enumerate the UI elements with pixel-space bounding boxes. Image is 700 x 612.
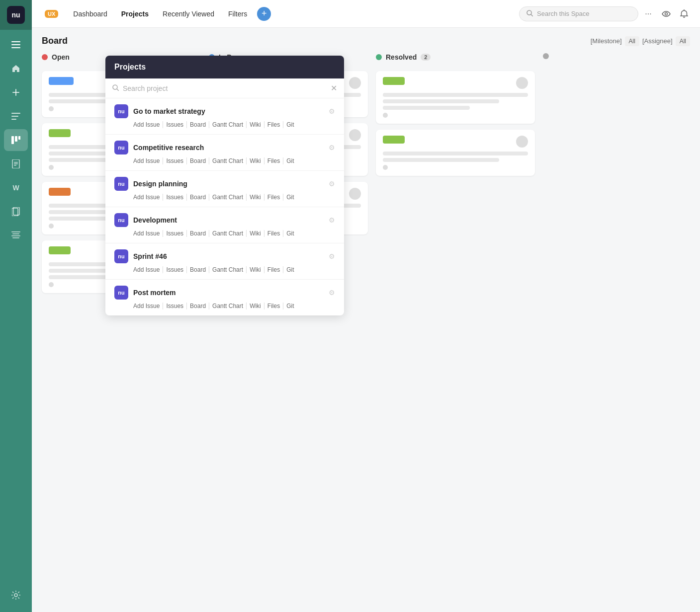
- sidebar-item-add[interactable]: [4, 81, 28, 103]
- projects-search-bar[interactable]: ✕: [105, 78, 344, 98]
- project-link-issues[interactable]: Issues: [163, 303, 187, 309]
- project-link-board[interactable]: Board: [187, 157, 209, 164]
- svg-rect-20: [12, 237, 19, 238]
- project-link-issues[interactable]: Issues: [163, 121, 187, 128]
- project-link-files[interactable]: Files: [264, 157, 283, 164]
- sidebar-item-board[interactable]: [4, 129, 28, 151]
- project-link-git[interactable]: Git: [283, 230, 297, 237]
- project-link-issues[interactable]: Issues: [163, 230, 187, 237]
- card-line: [383, 106, 470, 110]
- gear-icon[interactable]: ⚙: [329, 144, 335, 152]
- gear-icon[interactable]: ⚙: [329, 107, 335, 115]
- table-row[interactable]: [376, 71, 535, 124]
- nav-eye-button[interactable]: [658, 6, 674, 22]
- nav-item-recently-viewed[interactable]: Recently Viewed: [157, 7, 220, 21]
- project-link-git[interactable]: Git: [283, 303, 297, 309]
- project-icon: nu: [114, 286, 128, 300]
- svg-rect-0: [11, 41, 20, 42]
- sidebar-item-files[interactable]: [4, 201, 28, 223]
- nav-dots-button[interactable]: ···: [640, 6, 656, 22]
- nav-item-filters[interactable]: Filters: [222, 7, 253, 21]
- wiki-icon: W: [12, 184, 19, 192]
- list-item[interactable]: nu Post mortem ⚙ Add Issue Issues Board …: [105, 280, 344, 315]
- project-link-board[interactable]: Board: [187, 194, 209, 201]
- gear-icon[interactable]: ⚙: [329, 216, 335, 224]
- svg-point-21: [14, 594, 17, 597]
- projects-search-input[interactable]: [123, 84, 327, 92]
- nav-add-button[interactable]: +: [257, 7, 271, 21]
- project-link-files[interactable]: Files: [264, 230, 283, 237]
- project-link-board[interactable]: Board: [187, 121, 209, 128]
- project-link-issues[interactable]: Issues: [163, 157, 187, 164]
- eye-icon: [662, 11, 671, 17]
- sidebar-item-wiki[interactable]: W: [4, 177, 28, 199]
- project-link-gantt[interactable]: Gantt Chart: [209, 266, 247, 273]
- nav-notification-button[interactable]: [676, 6, 692, 22]
- avatar: [516, 136, 528, 148]
- project-link-files[interactable]: Files: [264, 194, 283, 201]
- project-links: Add Issue Issues Board Gantt Chart Wiki …: [114, 266, 335, 273]
- list-item[interactable]: nu Sprint #46 ⚙ Add Issue Issues Board G…: [105, 243, 344, 280]
- table-row[interactable]: [376, 130, 535, 176]
- project-link-addissue[interactable]: Add Issue: [133, 303, 163, 309]
- project-link-addissue[interactable]: Add Issue: [133, 230, 163, 237]
- project-link-files[interactable]: Files: [264, 121, 283, 128]
- project-link-files[interactable]: Files: [264, 266, 283, 273]
- filter-milestone-value[interactable]: All: [625, 36, 639, 46]
- projects-search-close[interactable]: ✕: [331, 83, 337, 93]
- project-link-wiki[interactable]: Wiki: [247, 121, 264, 128]
- project-link-wiki[interactable]: Wiki: [247, 157, 264, 164]
- list-item[interactable]: nu Design planning ⚙ Add Issue Issues Bo…: [105, 171, 344, 207]
- nav-item-projects[interactable]: Projects: [115, 7, 155, 21]
- project-link-git[interactable]: Git: [283, 157, 297, 164]
- sidebar-logo[interactable]: nu: [0, 0, 32, 30]
- list-item[interactable]: nu Competitive research ⚙ Add Issue Issu…: [105, 135, 344, 171]
- project-link-git[interactable]: Git: [283, 194, 297, 201]
- sidebar-item-list[interactable]: [4, 105, 28, 127]
- filter-assignee-label: [Assignee]: [642, 37, 673, 45]
- gear-icon[interactable]: ⚙: [329, 252, 335, 260]
- kanban-column-resolved: Resolved 2: [376, 51, 535, 596]
- project-link-wiki[interactable]: Wiki: [247, 230, 264, 237]
- project-icon: nu: [114, 104, 128, 118]
- search-placeholder: Search this Space: [537, 10, 590, 17]
- project-link-wiki[interactable]: Wiki: [247, 266, 264, 273]
- list-item[interactable]: nu Development ⚙ Add Issue Issues Board …: [105, 207, 344, 243]
- svg-line-26: [117, 89, 119, 91]
- project-link-wiki[interactable]: Wiki: [247, 303, 264, 309]
- gear-icon[interactable]: ⚙: [329, 289, 335, 297]
- project-link-issues[interactable]: Issues: [163, 266, 187, 273]
- project-link-addissue[interactable]: Add Issue: [133, 266, 163, 273]
- sidebar-item-home[interactable]: [4, 58, 28, 79]
- sidebar-item-reports[interactable]: [4, 225, 28, 246]
- project-link-git[interactable]: Git: [283, 121, 297, 128]
- project-link-board[interactable]: Board: [187, 303, 209, 309]
- project-links: Add Issue Issues Board Gantt Chart Wiki …: [114, 157, 335, 164]
- project-link-addissue[interactable]: Add Issue: [133, 194, 163, 201]
- project-link-issues[interactable]: Issues: [163, 194, 187, 201]
- project-link-wiki[interactable]: Wiki: [247, 194, 264, 201]
- project-link-board[interactable]: Board: [187, 266, 209, 273]
- search-bar[interactable]: Search this Space: [519, 6, 638, 21]
- project-link-gantt[interactable]: Gantt Chart: [209, 121, 247, 128]
- project-link-files[interactable]: Files: [264, 303, 283, 309]
- project-link-git[interactable]: Git: [283, 266, 297, 273]
- app-logo[interactable]: nu: [7, 6, 25, 24]
- project-link-addissue[interactable]: Add Issue: [133, 157, 163, 164]
- project-link-gantt[interactable]: Gantt Chart: [209, 230, 247, 237]
- project-link-board[interactable]: Board: [187, 230, 209, 237]
- sidebar-item-hamburger[interactable]: [4, 34, 28, 56]
- workspace-label[interactable]: UX: [40, 7, 65, 21]
- list-item[interactable]: nu Go to market strategy ⚙ Add Issue Iss…: [105, 98, 344, 135]
- nav-item-dashboard[interactable]: Dashboard: [67, 7, 113, 21]
- card-dot: [49, 224, 54, 229]
- project-link-gantt[interactable]: Gantt Chart: [209, 157, 247, 164]
- project-link-gantt[interactable]: Gantt Chart: [209, 303, 247, 309]
- project-link-addissue[interactable]: Add Issue: [133, 121, 163, 128]
- sidebar-item-settings[interactable]: [4, 584, 28, 606]
- board-area: Board [Milestone] All [Assignee] All Ope…: [32, 28, 700, 612]
- sidebar-item-document[interactable]: [4, 153, 28, 175]
- project-link-gantt[interactable]: Gantt Chart: [209, 194, 247, 201]
- filter-assignee-value[interactable]: All: [676, 36, 690, 46]
- gear-icon[interactable]: ⚙: [329, 180, 335, 188]
